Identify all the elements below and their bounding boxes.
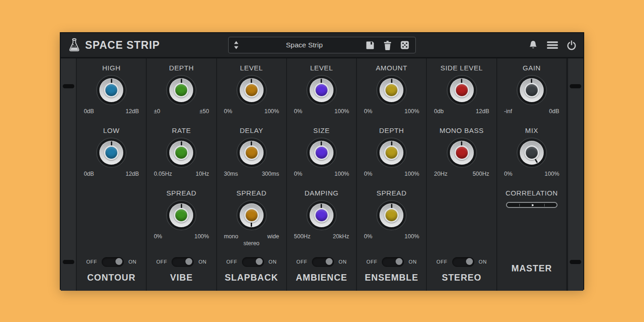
high-knob[interactable] — [96, 75, 126, 105]
rack-rail-left — [61, 58, 77, 291]
knob-label: SIZE — [313, 126, 330, 135]
depth-knob[interactable] — [166, 75, 196, 105]
knob-group-rate: RATE 0.05Hz10Hz — [154, 126, 209, 189]
knob-group-amount: AMOUNT 0%100% — [364, 64, 419, 126]
section-title: AMBIENCE — [296, 272, 347, 283]
knob-label: HIGH — [102, 64, 121, 72]
knob-group-side-level: SIDE LEVEL 0db12dB — [434, 64, 489, 126]
knob-body — [380, 141, 403, 165]
rack-rail-right — [567, 58, 583, 291]
knob-group-depth: DEPTH ±0±50 — [154, 64, 209, 126]
knob-label: AMOUNT — [376, 64, 408, 72]
toggle-off-label: OFF — [226, 259, 237, 264]
knob-range: 0%100% — [364, 171, 419, 178]
slapback-toggle-row: OFF ON — [226, 257, 277, 266]
toggle-on-label: ON — [269, 259, 277, 264]
knob-body — [310, 141, 334, 165]
mono-bass-knob[interactable] — [447, 138, 477, 168]
knob-cap — [104, 83, 119, 98]
mix-knob[interactable] — [517, 138, 547, 168]
ensemble-toggle[interactable] — [382, 257, 404, 267]
contour-toggle[interactable] — [102, 257, 124, 267]
plugin-window: SPACE STRIP Space Strip — [60, 32, 584, 290]
slapback-toggle[interactable] — [242, 257, 264, 267]
toggle-off-label: OFF — [367, 259, 378, 264]
knob-body — [520, 78, 544, 102]
knob-range: 0%100% — [504, 171, 559, 178]
knob-cap — [314, 83, 329, 98]
trash-icon[interactable] — [383, 40, 392, 51]
knob-cap — [244, 208, 259, 223]
level-knob[interactable] — [236, 75, 267, 105]
toggle-on-label: ON — [128, 259, 137, 264]
toggle-thumb — [256, 258, 263, 265]
delay-knob[interactable] — [236, 138, 267, 168]
knob-body — [310, 78, 334, 102]
knob-label: MONO BASS — [439, 126, 483, 135]
meter-tick — [519, 204, 520, 207]
knob-range: 0%100% — [364, 233, 419, 241]
knob-range: 0%100% — [224, 108, 279, 115]
knob-cap — [384, 145, 399, 160]
knob-body — [169, 78, 193, 102]
power-icon[interactable] — [566, 40, 577, 51]
spread-knob[interactable] — [166, 200, 196, 230]
toggle-off-label: OFF — [296, 259, 307, 264]
knob-range: 500Hz20kHz — [294, 233, 349, 241]
knob-label: SPREAD — [167, 189, 196, 197]
toggle-thumb — [466, 258, 473, 265]
knob-range: 20Hz500Hz — [434, 171, 489, 178]
damping-knob[interactable] — [306, 200, 337, 230]
preset-actions — [365, 40, 415, 51]
spread-knob[interactable] — [376, 200, 407, 230]
level-knob[interactable] — [306, 75, 337, 105]
meter-value-dot — [532, 204, 534, 206]
section-slapback: LEVEL 0%100% DELAY — [217, 58, 287, 291]
correlation-meter-group: CORRELATION — [506, 189, 558, 208]
stereo-toggle[interactable] — [452, 257, 474, 267]
toggle-thumb — [396, 258, 402, 265]
side-level-knob[interactable] — [447, 75, 477, 105]
dice-icon[interactable] — [400, 40, 410, 50]
toggle-thumb — [185, 258, 192, 265]
knob-body — [240, 203, 264, 227]
knob-label: DEPTH — [379, 126, 404, 135]
gain-knob[interactable] — [517, 75, 547, 105]
toggle-on-label: ON — [198, 259, 207, 264]
preset-bar: Space Strip — [228, 37, 416, 53]
depth-knob[interactable] — [376, 138, 407, 168]
preset-prev-next-arrows[interactable] — [229, 40, 244, 50]
knob-cap — [104, 145, 119, 160]
size-knob[interactable] — [306, 138, 337, 168]
toggle-off-label: OFF — [86, 259, 97, 264]
knob-group-gain: GAIN -inf0dB — [504, 64, 559, 126]
knob-range: 0%100% — [294, 108, 349, 115]
knob-label: SPREAD — [377, 189, 407, 197]
knob-cap — [524, 83, 539, 98]
stereo-toggle-row: OFF ON — [437, 257, 487, 266]
knob-body — [99, 141, 123, 165]
save-icon[interactable] — [365, 40, 375, 51]
knob-label: LEVEL — [310, 64, 333, 72]
ambience-toggle[interactable] — [312, 257, 334, 267]
spread-knob[interactable] — [236, 200, 267, 230]
knob-range: 0dB12dB — [84, 108, 139, 115]
rate-knob[interactable] — [166, 138, 196, 168]
vibe-toggle[interactable] — [172, 257, 194, 267]
knob-label: SPREAD — [236, 189, 266, 197]
menu-icon[interactable] — [546, 40, 558, 50]
section-title: VIBE — [170, 272, 193, 283]
toggle-on-label: ON — [408, 259, 417, 264]
knob-cap — [174, 145, 189, 160]
preset-name[interactable]: Space Strip — [244, 41, 365, 49]
flask-icon — [68, 38, 80, 52]
bell-icon[interactable] — [528, 40, 539, 51]
knob-body — [450, 141, 474, 165]
amount-knob[interactable] — [376, 75, 407, 105]
knob-cap — [174, 83, 189, 98]
toggle-off-label: OFF — [437, 259, 448, 264]
screw-slot — [570, 260, 581, 264]
section-title: STEREO — [442, 272, 481, 283]
low-knob[interactable] — [96, 138, 126, 168]
knob-range: -inf0dB — [504, 108, 559, 115]
